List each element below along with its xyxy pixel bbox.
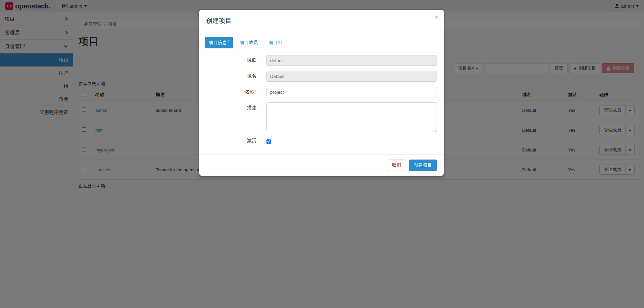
field-label-enabled: 激活	[206, 138, 256, 145]
tab-project-groups[interactable]: 项目组	[264, 37, 286, 48]
required-mark: *	[228, 40, 229, 44]
project-name-field[interactable]	[266, 87, 437, 97]
name-label-text: 名称	[245, 89, 254, 94]
modal-title: 创建项目	[206, 16, 437, 25]
modal-header: 创建项目 ×	[199, 10, 444, 32]
required-mark: *	[255, 89, 256, 93]
field-label-domain-name: 域名	[206, 71, 256, 82]
tab-project-info[interactable]: 项目信息*	[205, 37, 233, 48]
create-project-form: 域ID 域名 名称* 描述 激活	[199, 53, 444, 145]
tab-project-members[interactable]: 项目成员	[236, 37, 262, 48]
domain-id-field	[266, 55, 437, 66]
field-label-name: 名称*	[206, 87, 256, 97]
cancel-button[interactable]: 取消	[387, 160, 406, 171]
enabled-checkbox[interactable]	[266, 139, 271, 144]
close-icon[interactable]: ×	[435, 14, 438, 20]
modal-footer: 取消 创建项目	[199, 155, 444, 176]
field-label-description: 描述	[206, 102, 256, 133]
tab-label: 项目信息	[209, 40, 227, 45]
description-field[interactable]	[266, 102, 437, 131]
field-label-domain-id: 域ID	[206, 55, 256, 66]
domain-name-field	[266, 71, 437, 82]
submit-create-project-button[interactable]: 创建项目	[409, 160, 437, 171]
create-project-modal: 创建项目 × 项目信息* 项目成员 项目组 域ID 域名 名称*	[199, 10, 444, 176]
modal-tabs: 项目信息* 项目成员 项目组	[199, 32, 444, 53]
